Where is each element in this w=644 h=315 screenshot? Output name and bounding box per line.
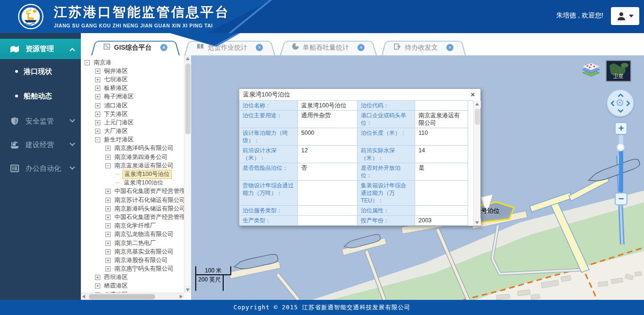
tree-node-label[interactable]: 南京苏计石化储运有限公司 — [113, 196, 184, 204]
popup-scrollbar[interactable] — [473, 101, 480, 226]
pan-right-icon[interactable] — [624, 100, 630, 106]
sidebar-item-船舶动态[interactable]: 船舶动态 — [0, 84, 81, 108]
expand-icon[interactable] — [95, 283, 100, 289]
tree-row[interactable]: 南京新港码头储运有限公司 — [81, 204, 184, 213]
zoom-slider-handle[interactable] — [617, 143, 625, 151]
tree-row[interactable]: 七坝港区 — [81, 75, 184, 84]
tree-node-label[interactable]: 南京惠宁码头有限公司 — [113, 265, 175, 273]
expand-icon[interactable] — [105, 189, 111, 194]
tree-node-label[interactable]: 铜井港区 — [103, 67, 129, 75]
tab-close-icon[interactable] — [357, 44, 365, 51]
tree-node-label[interactable]: 板桥港区 — [103, 84, 129, 92]
collapse-icon[interactable] — [105, 163, 111, 168]
tree-row[interactable]: 浦口港区 — [81, 101, 184, 110]
tree-node-label[interactable]: 大厂港区 — [103, 127, 129, 135]
scroll-down-button[interactable] — [474, 219, 481, 226]
scroll-right-button[interactable] — [177, 293, 184, 300]
sidebar-item-港口现状[interactable]: 港口现状 — [0, 59, 81, 84]
expand-icon[interactable] — [105, 223, 111, 228]
zoom-in-button[interactable]: + — [615, 122, 627, 135]
tree-node-label[interactable]: 蓝泉湾100号泊位 — [122, 170, 172, 178]
tab-3[interactable]: 单船吞吐量统计 — [280, 39, 377, 55]
expand-icon[interactable] — [105, 232, 111, 237]
tree-node-label[interactable]: 新生圩港区 — [103, 136, 135, 144]
tree-row[interactable]: 板桥港区 — [81, 84, 184, 93]
tree-row[interactable]: 梅子洲港区 — [81, 93, 184, 101]
expand-icon[interactable] — [95, 275, 100, 280]
expand-icon[interactable] — [95, 86, 100, 91]
expand-icon[interactable] — [95, 69, 100, 74]
tree-row[interactable]: 南京化学纤维厂 — [81, 222, 184, 230]
tree-row[interactable]: 栖霞港区 — [81, 282, 184, 290]
sidebar-item-资源管理[interactable]: 资源管理 — [0, 39, 81, 59]
user-menu-button[interactable] — [611, 7, 639, 25]
tree-row[interactable]: 中国石化集团资产经营管理有 — [81, 187, 184, 196]
scroll-left-button[interactable] — [81, 293, 88, 300]
tree-row[interactable]: 南京港 — [81, 58, 184, 67]
tree-node-label[interactable]: 南京蓝泉港运有限公司 — [113, 162, 175, 170]
tree-node-label[interactable]: 浦口港区 — [103, 102, 129, 110]
expand-icon[interactable] — [95, 103, 100, 108]
tree-node-label[interactable]: 南京港 — [92, 59, 113, 67]
expand-icon[interactable] — [105, 258, 111, 263]
collapse-icon[interactable] — [95, 137, 100, 142]
tree-vertical-scrollbar[interactable] — [184, 55, 191, 293]
tree-node-label[interactable]: 南京兆基实业有限公司 — [113, 248, 175, 256]
sidebar-item-安全监管[interactable]: 安全监管 — [0, 110, 81, 132]
tree-node-label[interactable]: 栖霞港区 — [103, 282, 129, 290]
expand-icon[interactable] — [95, 94, 100, 99]
tree-node-label[interactable]: 中国石化集团资产经营管理有 — [113, 213, 184, 221]
popup-scroll-thumb[interactable] — [475, 109, 480, 125]
collapse-icon[interactable] — [85, 60, 90, 65]
expand-icon[interactable] — [105, 155, 111, 160]
tree-row[interactable]: 南京惠洋码头有限公司 — [81, 144, 184, 153]
expand-icon[interactable] — [105, 266, 111, 271]
tree-node-label[interactable]: 南京惠洋码头有限公司 — [113, 144, 175, 152]
sidebar-item-办公自动化[interactable]: 办公自动化 — [0, 158, 81, 179]
tree-row[interactable]: 南京第二热电厂 — [81, 239, 184, 247]
tree-row[interactable]: 铜井港区 — [81, 67, 184, 75]
scroll-up-button[interactable] — [474, 101, 481, 108]
pan-center-icon[interactable] — [617, 99, 623, 106]
expand-icon[interactable] — [95, 112, 100, 117]
tree-row[interactable]: 南京港第四港务公司 — [81, 153, 184, 161]
tree-node-label[interactable]: 南京新港码头储运有限公司 — [113, 205, 184, 213]
popup-close-icon[interactable] — [469, 91, 477, 98]
sidebar-item-建设经营[interactable]: 建设经营 — [0, 134, 81, 156]
satellite-basemap-button[interactable]: 卫星 — [606, 60, 631, 82]
tree-row[interactable]: 新生圩港区 — [81, 136, 184, 144]
expand-icon[interactable] — [105, 241, 111, 246]
tree-row[interactable]: 南京惠宁码头有限公司 — [81, 265, 184, 273]
tree-node-label[interactable]: 蓝泉湾100泊位 — [122, 179, 165, 187]
tree-node-label[interactable]: 南京化学纤维厂 — [113, 222, 157, 230]
tree-row[interactable]: 南京苏计石化储运有限公司 — [81, 196, 184, 204]
expand-icon[interactable] — [95, 120, 100, 125]
scroll-up-button[interactable] — [184, 55, 191, 62]
tab-2[interactable]: 危货作业统计 — [184, 39, 275, 55]
tree-row[interactable]: 南京兆基实业有限公司 — [81, 247, 184, 256]
tree-node-label[interactable]: 南京港股份有限公司 — [113, 256, 169, 264]
tree-row[interactable]: 大厂港区 — [81, 127, 184, 136]
pan-up-icon[interactable] — [618, 93, 624, 99]
pan-left-icon[interactable] — [610, 100, 617, 106]
zoom-out-button[interactable]: − — [615, 192, 627, 205]
expand-icon[interactable] — [105, 215, 111, 220]
tab-4[interactable]: 待办收发文 — [382, 39, 466, 55]
expand-icon[interactable] — [105, 146, 111, 151]
tree-row[interactable]: 南京蓝泉港运有限公司 — [81, 161, 184, 170]
tree-row[interactable]: 南京弘龙物流有限公司 — [81, 230, 184, 239]
tree-node-label[interactable]: 梅子洲港区 — [103, 93, 135, 101]
tree-row[interactable]: 下关港区 — [81, 110, 184, 118]
tree-row[interactable]: 中国石化集团资产经营管理有 — [81, 213, 184, 221]
expand-icon[interactable] — [95, 129, 100, 134]
expand-icon[interactable] — [105, 206, 111, 211]
tab-1[interactable]: GIS综合平台 — [91, 39, 180, 55]
pan-down-icon[interactable] — [618, 107, 624, 113]
tree-horizontal-scrollbar[interactable] — [81, 293, 184, 300]
tab-close-icon[interactable] — [446, 44, 453, 51]
tree-node-label[interactable]: 中国石化集团资产经营管理有 — [113, 187, 184, 195]
scroll-down-button[interactable] — [184, 286, 191, 293]
tree-node-label[interactable]: 七坝港区 — [103, 76, 129, 84]
tree-row[interactable]: 上元门港区 — [81, 118, 184, 127]
tab-close-icon[interactable] — [256, 44, 263, 51]
